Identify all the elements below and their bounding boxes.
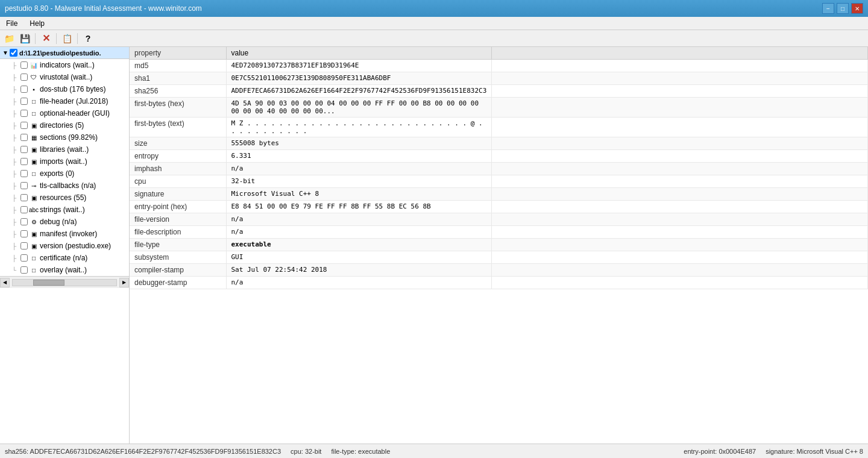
sidebar-item-exports[interactable]: ├□exports (0) [0, 168, 129, 180]
sidebar-items: ├📊indicators (wait..)├🛡virustotal (wait.… [0, 59, 129, 276]
item-checkbox-exports[interactable] [20, 170, 28, 177]
tree-connector: ├ [12, 157, 19, 166]
sidebar-item-indicators[interactable]: ├📊indicators (wait..) [0, 59, 129, 71]
sidebar-item-imports[interactable]: ├▣imports (wait..) [0, 155, 129, 168]
item-checkbox-resources[interactable] [20, 194, 28, 201]
version-icon: ▣ [30, 241, 38, 251]
delete-button[interactable]: ✕ [39, 32, 52, 45]
table-row[interactable]: file-versionn/a [130, 213, 868, 226]
sidebar-item-sections[interactable]: ├▦sections (99.82%) [0, 131, 129, 143]
scroll-right[interactable]: ▶ [119, 278, 129, 287]
table-row[interactable]: sha256ADDFE7ECA66731D62A626EF1664F2E2F97… [130, 85, 868, 98]
cell-extra [492, 188, 868, 201]
sidebar-item-strings[interactable]: ├abcstrings (wait..) [0, 204, 129, 216]
sidebar-label-directories: directories (5) [40, 121, 84, 130]
status-sha256: sha256: ADDFE7ECA66731D62A626EF1664F2E2F… [5, 448, 281, 455]
item-checkbox-imports[interactable] [20, 158, 28, 165]
sidebar-label-sections: sections (99.82%) [40, 133, 98, 142]
item-checkbox-debug[interactable] [20, 218, 28, 225]
table-row[interactable]: entry-point (hex)E8 84 51 00 00 E9 79 FE… [130, 201, 868, 213]
item-checkbox-manifest[interactable] [20, 230, 28, 237]
table-row[interactable]: compiler-stampSat Jul 07 22:54:42 2018 [130, 264, 868, 277]
item-checkbox-sections[interactable] [20, 134, 28, 141]
scroll-left[interactable]: ◀ [0, 278, 10, 287]
cell-value: E8 84 51 00 00 E9 79 FE FF FF 8B FF 55 8… [226, 201, 492, 213]
sections-icon: ▦ [30, 133, 38, 142]
table-row[interactable]: first-bytes (text)M Z . . . . . . . . . … [130, 118, 868, 137]
sidebar-item-tls-callbacks[interactable]: ├⊸tls-callbacks (n/a) [0, 180, 129, 192]
col-header-value: value [226, 47, 492, 60]
item-checkbox-directories[interactable] [20, 122, 28, 129]
close-button[interactable]: ✕ [851, 3, 863, 14]
tree-root[interactable]: ▼ d:\1.21\pestudio\pestudio. [0, 47, 129, 59]
item-checkbox-dos-stub[interactable] [20, 86, 28, 93]
cell-value: 555008 bytes [226, 137, 492, 150]
sidebar-item-manifest[interactable]: ├▣manifest (invoker) [0, 228, 129, 240]
cell-property: sha1 [130, 72, 226, 85]
sidebar-item-dos-stub[interactable]: ├▪dos-stub (176 bytes) [0, 83, 129, 95]
table-row[interactable]: debugger-stampn/a [130, 277, 868, 289]
cell-extra [492, 72, 868, 85]
manifest-icon: ▣ [30, 229, 38, 239]
copy-button[interactable]: 📋 [60, 32, 74, 45]
table-row[interactable]: entropy6.331 [130, 150, 868, 163]
dir-icon: ▣ [30, 121, 38, 130]
sidebar-item-libraries[interactable]: ├▣libraries (wait..) [0, 143, 129, 155]
toolbar: 📁 💾 ✕ 📋 ? [0, 30, 868, 47]
item-checkbox-file-header[interactable] [20, 98, 28, 105]
maximize-button[interactable]: □ [837, 3, 849, 14]
scroll-thumb[interactable] [33, 280, 64, 286]
sidebar-item-directories[interactable]: ├▣directories (5) [0, 119, 129, 131]
help-button[interactable]: ? [81, 32, 95, 45]
table-row[interactable]: imphashn/a [130, 163, 868, 175]
table-row[interactable]: subsystemGUI [130, 251, 868, 264]
menu-file[interactable]: File [2, 18, 21, 29]
open-button[interactable]: 📁 [2, 32, 16, 45]
tree-connector: ├ [12, 60, 19, 70]
status-signature: signature: Microsoft Visual C++ 8 [766, 448, 863, 455]
cell-property: size [130, 137, 226, 150]
item-checkbox-libraries[interactable] [20, 146, 28, 153]
sidebar-item-resources[interactable]: ├▣resources (55) [0, 192, 129, 204]
sidebar-item-virustotal[interactable]: ├🛡virustotal (wait..) [0, 71, 129, 83]
sidebar-item-version[interactable]: ├▣version (pestudio.exe) [0, 240, 129, 252]
cell-extra [492, 226, 868, 239]
table-row[interactable]: cpu32-bit [130, 175, 868, 188]
property-table: property value md54ED720891307237B8371EF… [130, 47, 868, 289]
item-checkbox-overlay[interactable] [20, 266, 28, 274]
save-button[interactable]: 💾 [18, 32, 31, 45]
item-checkbox-strings[interactable] [20, 206, 28, 213]
sidebar-label-imports: imports (wait..) [40, 157, 87, 166]
sidebar-label-tls-callbacks: tls-callbacks (n/a) [40, 181, 96, 190]
table-row[interactable]: file-typeexecutable [130, 239, 868, 251]
import-icon: ▣ [30, 157, 38, 166]
table-row[interactable]: first-bytes (hex)4D 5A 90 00 03 00 00 00… [130, 98, 868, 118]
item-checkbox-tls-callbacks[interactable] [20, 182, 28, 189]
menu-help[interactable]: Help [26, 18, 48, 29]
sidebar-item-optional-header[interactable]: ├□optional-header (GUI) [0, 107, 129, 119]
item-checkbox-indicators[interactable] [20, 61, 28, 69]
sidebar-item-overlay[interactable]: └□overlay (wait..) [0, 264, 129, 276]
cert-icon: □ [30, 253, 38, 263]
sidebar-item-debug[interactable]: ├⚙debug (n/a) [0, 216, 129, 228]
root-checkbox[interactable] [10, 49, 17, 57]
table-row[interactable]: size555008 bytes [130, 137, 868, 150]
minimize-button[interactable]: − [822, 3, 834, 14]
item-checkbox-virustotal[interactable] [20, 74, 28, 81]
table-row[interactable]: md54ED720891307237B8371EF1B9D31964E [130, 60, 868, 72]
cell-property: md5 [130, 60, 226, 72]
scroll-track [12, 279, 117, 286]
cell-extra [492, 60, 868, 72]
table-row[interactable]: signatureMicrosoft Visual C++ 8 [130, 188, 868, 201]
item-checkbox-version[interactable] [20, 242, 28, 249]
sidebar-hscroll[interactable]: ◀ ▶ [0, 276, 129, 288]
sidebar-item-file-header[interactable]: ├□file-header (Jul.2018) [0, 95, 129, 107]
table-row[interactable]: sha10E7C5521011006273E139D808950FE311ABA… [130, 72, 868, 85]
sidebar-item-certificate[interactable]: ├□certificate (n/a) [0, 252, 129, 264]
item-checkbox-certificate[interactable] [20, 254, 28, 262]
status-filetype: file-type: executable [331, 448, 390, 455]
cell-value: 32-bit [226, 175, 492, 188]
item-checkbox-optional-header[interactable] [20, 110, 28, 117]
cell-extra [492, 251, 868, 264]
table-row[interactable]: file-descriptionn/a [130, 226, 868, 239]
